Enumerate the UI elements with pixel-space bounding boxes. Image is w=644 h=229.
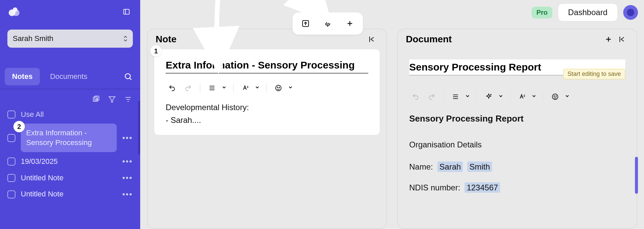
document-section-header: Organisation Details [409, 137, 625, 153]
use-all-checkbox[interactable] [7, 110, 15, 119]
svg-point-43 [556, 96, 556, 96]
note-title: Extra Information - Sensory Processing [26, 128, 111, 147]
paragraph-style-button[interactable] [206, 82, 218, 94]
note-title: Untitled Note [21, 189, 117, 199]
document-panel-title: Document [406, 34, 452, 45]
note-checkbox[interactable] [7, 190, 15, 198]
search-button[interactable] [121, 69, 136, 84]
document-scrollbar[interactable] [635, 157, 638, 194]
note-checkbox[interactable] [7, 134, 15, 142]
chevron-up-down-icon [123, 36, 127, 42]
chevron-down-icon[interactable] [498, 94, 504, 100]
field-value: Sarah [437, 162, 463, 172]
svg-point-42 [554, 96, 554, 96]
note-menu-button[interactable]: ••• [122, 157, 133, 166]
user-avatar[interactable] [623, 5, 638, 20]
save-hint: Start editing to save [563, 69, 625, 79]
note-menu-button[interactable]: ••• [122, 133, 133, 143]
undo-button[interactable] [166, 82, 178, 94]
upload-button[interactable] [300, 18, 311, 29]
tab-notes[interactable]: Notes [5, 68, 40, 85]
svg-point-41 [552, 94, 558, 100]
note-list-item[interactable]: Extra Information - Sensory Processing •… [0, 122, 140, 153]
add-note-button[interactable] [344, 18, 356, 29]
chevron-down-icon[interactable] [288, 85, 294, 91]
note-menu-button[interactable]: ••• [122, 173, 133, 183]
note-checkbox[interactable] [7, 174, 15, 182]
sidebar-collapse-button[interactable] [120, 5, 133, 18]
note-title-input[interactable] [166, 59, 368, 74]
app-logo [7, 4, 23, 19]
filter-button[interactable] [107, 95, 117, 104]
main-area: Pro Dashboard Note [140, 0, 644, 229]
tab-documents[interactable]: Documents [43, 68, 95, 85]
svg-rect-3 [124, 9, 129, 14]
chevron-down-icon[interactable] [255, 85, 261, 91]
client-name: Sarah Smith [13, 34, 53, 43]
svg-point-28 [276, 85, 281, 91]
redo-button[interactable] [182, 82, 195, 94]
document-heading: Sensory Processing Report [409, 110, 625, 127]
svg-point-5 [125, 74, 130, 79]
collapse-note-panel-button[interactable] [365, 33, 378, 46]
note-body-line: - Sarah.... [166, 114, 368, 127]
bulk-delete-button[interactable] [91, 95, 101, 104]
field-value: Smith [467, 162, 492, 172]
note-action-bar [292, 12, 363, 35]
note-body-line: Developmental History: [166, 101, 368, 114]
svg-point-37 [491, 94, 491, 95]
note-list-item[interactable]: Untitled Note ••• [0, 186, 140, 202]
undo-button[interactable] [409, 90, 422, 103]
ai-assist-button[interactable] [482, 90, 495, 103]
tab-documents-label: Documents [50, 72, 87, 81]
chevron-down-icon[interactable] [565, 94, 571, 100]
note-card: 1 Developmental History: - Sarah.... [154, 49, 380, 135]
field-label: NDIS number: [409, 183, 460, 192]
svg-marker-11 [109, 97, 115, 102]
callout-badge-1: 1 [150, 45, 162, 57]
svg-rect-17 [327, 20, 329, 24]
note-body[interactable]: Developmental History: - Sarah.... [166, 98, 368, 127]
note-title: Untitled Note [21, 173, 117, 183]
svg-point-29 [277, 87, 278, 88]
chevron-down-icon[interactable] [465, 94, 471, 100]
svg-point-2 [13, 7, 17, 12]
chevron-down-icon[interactable] [532, 94, 538, 100]
note-panel: Note 1 Development [147, 29, 387, 229]
note-list-item[interactable]: 19/03/2025 ••• [0, 153, 140, 170]
dashboard-button[interactable]: Dashboard [558, 3, 618, 21]
microphone-button[interactable] [322, 18, 333, 29]
text-format-button[interactable] [239, 82, 252, 94]
note-panel-title: Note [156, 34, 176, 45]
tab-notes-label: Notes [12, 72, 33, 81]
callout-badge-2: 2 [13, 121, 25, 132]
client-selector[interactable]: Sarah Smith [7, 30, 133, 48]
document-toolbar [409, 90, 625, 103]
sort-button[interactable] [123, 95, 133, 104]
sidebar: Sarah Smith Notes Documents Use All Extr… [0, 0, 140, 229]
document-body[interactable]: Sensory Processing Report Organisation D… [398, 103, 637, 196]
collapse-document-panel-button[interactable] [615, 33, 629, 46]
more-format-button[interactable] [549, 90, 561, 103]
paragraph-style-button[interactable] [449, 90, 462, 103]
text-format-button[interactable] [516, 90, 528, 103]
more-format-button[interactable] [272, 82, 285, 94]
redo-button[interactable] [425, 90, 438, 103]
note-checkbox[interactable] [7, 157, 15, 166]
svg-point-30 [279, 87, 280, 88]
note-title: 19/03/2025 [21, 157, 117, 167]
field-value: 1234567 [465, 182, 500, 193]
chevron-down-icon[interactable] [222, 85, 228, 91]
field-label: Name: [409, 162, 433, 171]
document-field-row: NDIS number: 1234567 [409, 180, 625, 196]
svg-rect-8 [95, 96, 99, 100]
document-panel: Document Start editing to save [397, 29, 637, 229]
pro-badge: Pro [532, 7, 552, 18]
svg-line-6 [129, 78, 131, 80]
use-all-label: Use All [21, 110, 44, 119]
note-menu-button[interactable]: ••• [122, 190, 133, 199]
note-list-item[interactable]: Untitled Note ••• [0, 170, 140, 186]
document-field-row: Name: Sarah Smith [409, 159, 625, 175]
add-document-button[interactable] [602, 33, 615, 46]
note-toolbar [166, 74, 368, 98]
